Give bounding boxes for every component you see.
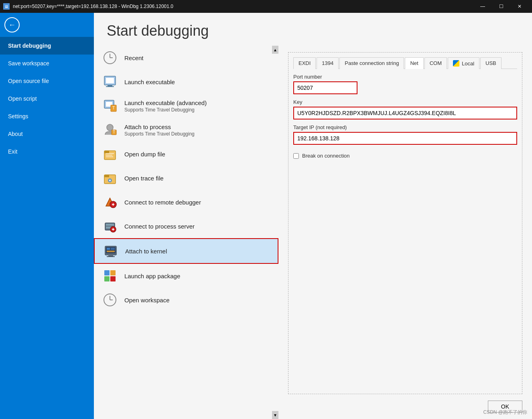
titlebar-left: 🖥 net:port=50207,key=****,target=192.168… xyxy=(3,3,173,10)
port-number-field-group: Port number xyxy=(293,74,517,94)
debug-item-open-workspace[interactable]: Open workspace xyxy=(94,288,278,312)
list-panel: ▲ Recent xyxy=(94,46,278,419)
target-ip-field-group: Target IP (not required) xyxy=(293,124,517,145)
svg-rect-28 xyxy=(106,224,114,226)
titlebar: 🖥 net:port=50207,key=****,target=192.168… xyxy=(0,0,532,13)
svg-rect-35 xyxy=(107,248,110,250)
launch-app-package-icon xyxy=(102,268,118,284)
debug-item-launch-executable[interactable]: Launch executable xyxy=(94,70,278,94)
debug-item-open-dump[interactable]: Open dump file xyxy=(94,142,278,166)
launch-exe-adv-subtitle: Supports Time Travel Debugging xyxy=(124,107,270,113)
key-field-group: Key xyxy=(293,99,517,119)
tab-1394[interactable]: 1394 xyxy=(317,57,339,69)
svg-rect-42 xyxy=(104,276,110,281)
minimize-button[interactable]: — xyxy=(473,0,492,13)
open-dump-label: Open dump file xyxy=(124,151,270,158)
attach-kernel-label: Attach to kernel xyxy=(125,248,270,255)
tab-paste-connection-string[interactable]: Paste connection string xyxy=(339,57,404,69)
break-on-connection-checkbox[interactable] xyxy=(293,153,299,159)
open-workspace-icon xyxy=(102,292,118,308)
svg-text:T: T xyxy=(113,130,115,134)
scroll-arrow-down[interactable]: ▼ xyxy=(272,411,278,419)
svg-text:T: T xyxy=(112,106,115,110)
svg-rect-18 xyxy=(106,156,113,157)
svg-rect-43 xyxy=(110,276,116,281)
svg-rect-40 xyxy=(104,270,110,275)
sidebar: ← Start debugging Save workspace Open so… xyxy=(0,13,94,419)
attach-process-icon: T xyxy=(102,122,118,138)
open-dump-icon xyxy=(102,146,118,162)
shield-icon xyxy=(453,60,459,67)
debug-item-launch-app-package[interactable]: Launch app package xyxy=(94,264,278,288)
attach-process-subtitle: Supports Time Travel Debugging xyxy=(124,131,270,137)
port-number-input[interactable] xyxy=(293,81,357,94)
svg-rect-15 xyxy=(104,151,109,153)
break-on-connection-row: Break on connection xyxy=(293,153,517,159)
key-input[interactable] xyxy=(293,107,517,119)
titlebar-title: net:port=50207,key=****,target=192.168.1… xyxy=(13,4,173,9)
svg-point-22 xyxy=(109,180,111,181)
launch-exe-adv-icon: T xyxy=(102,98,118,114)
debug-items-list: Recent xyxy=(94,46,278,419)
debug-item-launch-executable-advanced[interactable]: T Launch executable (advanced) Supports … xyxy=(94,94,278,118)
maximize-button[interactable]: ☐ xyxy=(492,0,510,13)
tab-net[interactable]: Net xyxy=(405,57,423,69)
recent-label: Recent xyxy=(124,55,270,61)
target-ip-input[interactable] xyxy=(293,132,517,145)
launch-app-package-label: Launch app package xyxy=(124,273,270,279)
debug-item-recent[interactable]: Recent xyxy=(94,46,278,70)
target-ip-label: Target IP (not required) xyxy=(293,124,517,130)
sidebar-item-save-workspace[interactable]: Save workspace xyxy=(0,55,94,72)
sidebar-item-exit[interactable]: Exit xyxy=(0,143,94,160)
launch-exe-adv-label: Launch executable (advanced) xyxy=(124,99,270,106)
svg-rect-37 xyxy=(107,251,115,252)
debug-item-connect-process-server[interactable]: Connect to process server xyxy=(94,214,278,238)
debug-item-open-trace[interactable]: Open trace file xyxy=(94,166,278,190)
sidebar-item-open-source-file[interactable]: Open source file xyxy=(0,72,94,90)
detail-panel: EXDI 1394 Paste connection string Net CO xyxy=(278,46,532,419)
sidebar-item-settings[interactable]: Settings xyxy=(0,107,94,125)
content-row: ▲ Recent xyxy=(94,46,532,419)
tab-com[interactable]: COM xyxy=(424,57,447,69)
content-area: Start debugging ▲ xyxy=(94,13,532,419)
open-trace-icon xyxy=(102,170,118,186)
sidebar-item-open-script[interactable]: Open script xyxy=(0,90,94,107)
connect-remote-icon xyxy=(102,194,118,210)
debug-item-attach-kernel[interactable]: Attach to kernel xyxy=(94,238,278,264)
tab-local[interactable]: Local xyxy=(448,57,479,69)
sidebar-item-start-debugging[interactable]: Start debugging xyxy=(0,37,94,55)
svg-rect-16 xyxy=(106,153,114,154)
svg-rect-36 xyxy=(111,248,115,250)
page-title: Start debugging xyxy=(94,13,532,46)
sidebar-nav: Start debugging Save workspace Open sour… xyxy=(0,37,94,419)
launch-exe-label: Launch executable xyxy=(124,79,270,85)
tab-exdi[interactable]: EXDI xyxy=(293,57,316,69)
app-body: ← Start debugging Save workspace Open so… xyxy=(0,13,532,419)
attach-kernel-icon xyxy=(103,243,119,259)
tab-strip: EXDI 1394 Paste connection string Net CO xyxy=(293,57,517,69)
port-number-label: Port number xyxy=(293,74,517,80)
app-icon: 🖥 xyxy=(3,3,10,10)
sidebar-item-about[interactable]: About xyxy=(0,125,94,143)
recent-icon xyxy=(102,50,118,66)
connect-process-server-icon xyxy=(102,218,118,234)
connect-remote-label: Connect to remote debugger xyxy=(124,199,270,206)
debug-item-connect-remote[interactable]: Connect to remote debugger xyxy=(94,190,278,214)
svg-rect-20 xyxy=(104,175,109,177)
close-button[interactable]: ✕ xyxy=(510,0,529,13)
scroll-arrow-up[interactable]: ▲ xyxy=(272,46,278,54)
titlebar-controls: — ☐ ✕ xyxy=(473,0,529,13)
back-button[interactable]: ← xyxy=(0,13,24,37)
svg-rect-41 xyxy=(110,270,116,275)
tab-usb[interactable]: USB xyxy=(480,57,502,69)
svg-rect-17 xyxy=(106,155,112,156)
open-trace-label: Open trace file xyxy=(124,175,270,182)
svg-rect-4 xyxy=(106,78,114,83)
launch-exe-icon xyxy=(102,74,118,90)
watermark: CSDN @跑不了的你 xyxy=(483,409,527,416)
back-circle-icon: ← xyxy=(4,17,20,32)
break-on-connection-label: Break on connection xyxy=(302,153,350,159)
key-label: Key xyxy=(293,99,517,105)
connect-process-server-label: Connect to process server xyxy=(124,223,270,230)
debug-item-attach-to-process[interactable]: T Attach to process Supports Time Travel… xyxy=(94,118,278,142)
